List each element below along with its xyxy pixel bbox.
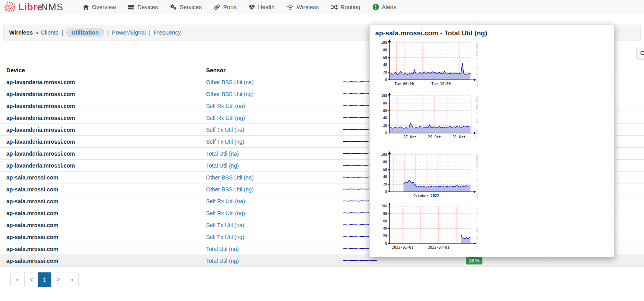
routing-icon [331,4,338,10]
sensor-link[interactable]: Total Util (ng) [206,162,239,169]
health-icon [249,4,255,10]
svg-text:40: 40 [383,175,387,179]
svg-text:29 Oct: 29 Oct [428,135,441,139]
device-link[interactable]: ap-lavanderia.mrossi.com [6,115,75,121]
device-link[interactable]: ap-sala.mrossi.com [6,246,58,252]
sensor-link[interactable]: Total Util (na) [206,150,239,157]
nav-item-label: Health [258,4,275,10]
svg-text:60: 60 [383,168,387,172]
breadcrumb-tab-active[interactable]: Utilization [66,28,104,37]
sensor-link[interactable]: Self Rx Util (ng) [206,115,245,121]
wireless-icon [287,4,294,10]
popup-graph-4: 0204060801002022-01-012022-07-01RRDTOOL … [378,203,482,254]
column-header-sensor[interactable]: Sensor [206,67,343,73]
device-link[interactable]: ap-lavanderia.mrossi.com [6,103,75,109]
sensor-link[interactable]: Other BSS Util (na) [206,174,254,181]
device-link[interactable]: ap-sala.mrossi.com [6,258,58,264]
breadcrumb-tab-clients[interactable]: Clients [41,29,58,36]
device-link[interactable]: ap-lavanderia.mrossi.com [6,79,75,85]
top-navbar: LibreNMS OverviewDevicesServicesPortsHea… [0,0,644,14]
svg-text:60: 60 [383,219,387,223]
breadcrumb-pipe: | [107,29,109,36]
svg-text:80: 80 [383,212,387,216]
svg-text:20: 20 [383,182,387,186]
page-button[interactable]: « [11,272,24,287]
nav-item-ports[interactable]: Ports [214,4,237,10]
librenms-logo[interactable]: LibreNMS [4,1,64,13]
device-link[interactable]: ap-sala.mrossi.com [6,186,58,193]
svg-text:20: 20 [383,70,387,74]
sensor-link[interactable]: Other BSS Util (ng) [206,91,254,97]
device-link[interactable]: ap-lavanderia.mrossi.com [6,127,75,133]
sensor-link[interactable]: Self Rx Util (na) [206,103,245,109]
popup-graph-3: 020406080100October 2022RRDTOOL / TOBI O… [378,151,482,202]
page-button[interactable]: > [51,272,65,287]
sensor-link[interactable]: Total Util (na) [206,246,239,252]
svg-text:100: 100 [381,94,387,98]
nav-item-label: Ports [223,4,237,10]
search-button[interactable] [636,47,644,60]
svg-text:0: 0 [385,78,387,82]
sensor-link[interactable]: Self Rx Util (na) [206,198,245,205]
svg-text:2022-07-01: 2022-07-01 [428,245,449,249]
svg-text:20: 20 [383,123,387,127]
svg-text:80: 80 [383,101,387,105]
sensor-link[interactable]: Self Tx Util (ng) [206,139,244,145]
mini-graph[interactable] [343,259,377,265]
sensor-link[interactable]: Other BSS Util (ng) [206,186,254,193]
breadcrumb-tab-power-signal[interactable]: Power/Signal [112,29,146,36]
device-link[interactable]: ap-lavanderia.mrossi.com [6,150,75,157]
svg-text:Tue 00:00: Tue 00:00 [395,82,414,86]
graph-popup-title: ap-sala.mrossi.com - Total Util (ng) [370,25,614,37]
brand-libre: Libre [18,2,42,12]
rrd-graph: 0204060801002022-01-012022-07-01RRDTOOL … [378,203,482,254]
sensor-link[interactable]: Self Tx Util (na) [206,222,244,228]
page-button[interactable]: < [24,272,38,287]
svg-text:40: 40 [383,226,387,230]
sensor-link[interactable]: Total Util (ng) [206,258,239,264]
last-value: - [548,258,550,264]
page-button-current[interactable]: 1 [38,272,51,287]
nav-item-label: Alerts [382,4,397,10]
device-link[interactable]: ap-lavanderia.mrossi.com [6,139,75,145]
rrdtool-watermark: RRDTOOL / TOBI OETIKER [475,207,478,250]
device-link[interactable]: ap-sala.mrossi.com [6,222,58,228]
svg-text:October 2022: October 2022 [413,194,439,198]
nav-item-label: Services [180,4,202,10]
nav-item-devices[interactable]: Devices [128,4,158,10]
nav-item-alerts[interactable]: Alerts [372,4,397,10]
svg-text:0: 0 [385,131,387,135]
svg-text:0: 0 [385,190,387,194]
device-link[interactable]: ap-lavanderia.mrossi.com [6,162,75,169]
breadcrumb-links: Clients|Utilization|Power/Signal|Frequen… [41,29,181,36]
nav-item-services[interactable]: Services [170,4,202,10]
device-link[interactable]: ap-sala.mrossi.com [6,198,58,205]
svg-text:2022-01-01: 2022-01-01 [392,245,413,249]
device-link[interactable]: ap-lavanderia.mrossi.com [6,91,75,97]
nav-item-label: Routing [341,4,361,10]
svg-text:27 Oct: 27 Oct [403,135,416,139]
sensor-link[interactable]: Other BSS Util (na) [206,79,254,85]
nav-item-overview[interactable]: Overview [83,4,116,10]
graph-popup: ap-sala.mrossi.com - Total Util (ng) 020… [369,25,615,257]
services-icon [170,4,177,10]
column-header-device[interactable]: Device [0,67,206,73]
sensor-link[interactable]: Self Tx Util (ng) [206,234,244,240]
page-button[interactable]: » [65,272,78,287]
nav-item-health[interactable]: Health [249,4,275,10]
sensor-link[interactable]: Self Tx Util (na) [206,127,244,133]
sensor-link[interactable]: Self Rx Util (ng) [206,210,245,216]
svg-text:60: 60 [383,56,387,60]
nav-item-routing[interactable]: Routing [331,4,361,10]
device-link[interactable]: ap-sala.mrossi.com [6,234,58,240]
device-link[interactable]: ap-sala.mrossi.com [6,174,58,181]
svg-text:100: 100 [381,204,387,208]
breadcrumb-pipe: | [149,29,150,36]
ports-icon [214,4,220,10]
svg-text:40: 40 [383,63,387,67]
device-link[interactable]: ap-sala.mrossi.com [6,210,58,216]
rrd-graph: 02040608010027 Oct29 Oct31 OctRRDTOOL / … [378,93,482,143]
breadcrumb-tab-frequency[interactable]: Frequency [154,29,181,36]
search-icon [640,50,644,57]
nav-item-wireless[interactable]: Wireless [287,4,319,10]
